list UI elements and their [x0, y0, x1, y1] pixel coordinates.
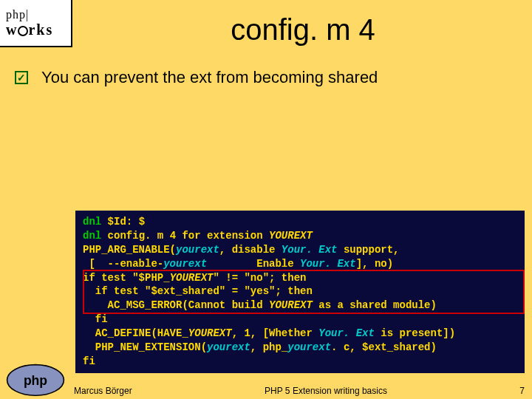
checkbox-icon: ✓	[15, 71, 28, 84]
bullet-row: ✓ You can prevent the ext from becoming …	[15, 68, 378, 87]
logo-line2: wrks	[6, 21, 71, 38]
footer-title: PHP 5 Extension writing basics	[265, 386, 387, 396]
slide-title: config. m 4	[89, 13, 517, 47]
gear-icon	[18, 26, 28, 36]
footer-page: 7	[519, 386, 525, 396]
footer-author: Marcus Börger	[74, 386, 132, 396]
svg-text:php: php	[24, 373, 47, 388]
footer: Marcus Börger PHP 5 Extension writing ba…	[74, 383, 525, 399]
conference-logo: php| wrks	[0, 0, 72, 47]
php-logo: php	[6, 364, 65, 396]
bullet-text: You can prevent the ext from becoming sh…	[41, 68, 378, 87]
logo-line1: php|	[6, 8, 71, 21]
code-block: dnl $Id: $ dnl config. m 4 for extension…	[75, 211, 525, 373]
